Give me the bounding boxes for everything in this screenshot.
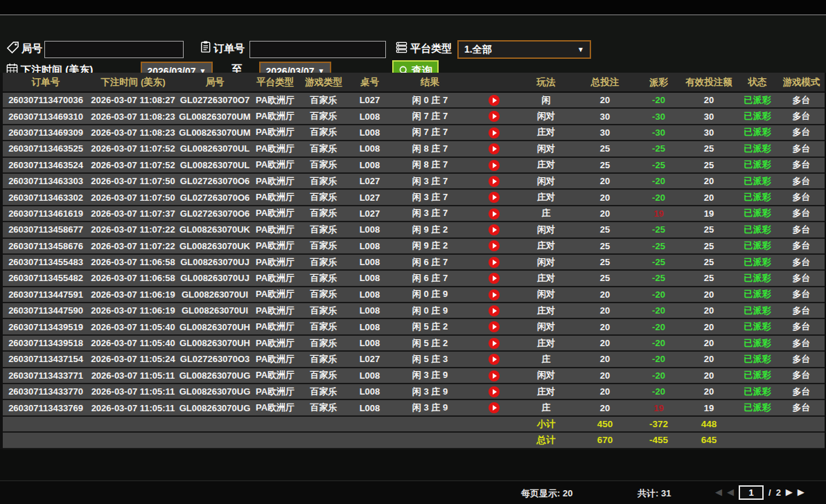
play-icon[interactable]	[489, 338, 500, 349]
orders-table-container: 订单号下注时间 (美东)局号平台类型游戏类型桌号结果玩法总投注派彩有效投注额状态…	[0, 73, 826, 449]
cell-order-id: 260307113463525	[1, 141, 89, 156]
cell-payout: -20	[636, 335, 681, 351]
cell-order-id: 260307113458677	[1, 222, 89, 237]
cell-bet-time: 2026-03-07 11:08:23	[89, 125, 177, 141]
play-icon[interactable]	[489, 305, 500, 316]
cell-replay	[470, 270, 518, 286]
cell-total-bet: 20	[574, 287, 636, 303]
first-page-icon[interactable]: ◀	[715, 485, 722, 500]
cell-game-mode: 多台	[778, 189, 825, 205]
cell-game-type: 百家乐	[298, 206, 349, 222]
subtotal-row: 小计 450 -372 448	[1, 416, 825, 432]
cell-game-mode: 多台	[778, 92, 825, 108]
pagination-bar: 每页显示: 20 共计: 31 ◀ ◀ 1 / 2 ▶ ▶	[0, 480, 826, 504]
cell-table-no: L008	[349, 222, 390, 237]
cell-game-mode: 多台	[778, 222, 825, 237]
play-icon[interactable]	[489, 176, 500, 187]
cell-game-mode: 多台	[778, 335, 825, 351]
column-header: 有效投注额	[681, 73, 737, 92]
cell-total-bet: 20	[574, 368, 636, 384]
play-icon[interactable]	[489, 95, 500, 106]
cell-platform: PA欧洲厅	[252, 318, 298, 334]
cell-game-mode: 多台	[778, 351, 825, 367]
cell-order-id: 260307113447591	[1, 287, 89, 303]
cell-total-bet: 20	[574, 399, 636, 415]
play-icon[interactable]	[489, 402, 500, 413]
prev-page-icon[interactable]: ◀	[727, 485, 734, 500]
cell-valid-bet: 20	[681, 384, 737, 399]
cell-total-bet: 30	[574, 108, 636, 124]
cell-payout: -25	[636, 270, 681, 286]
cell-play-type: 闲对	[518, 173, 574, 189]
clipboard-icon	[199, 40, 212, 53]
cell-table-no: L027	[349, 206, 390, 222]
play-icon[interactable]	[489, 143, 500, 154]
cell-total-bet: 20	[574, 335, 636, 351]
play-icon[interactable]	[489, 240, 500, 251]
play-icon[interactable]	[489, 160, 500, 171]
cell-game-type: 百家乐	[298, 368, 349, 384]
cell-round-id: GL008263070UK	[177, 222, 252, 237]
cell-round-id: GL008263070UM	[177, 125, 252, 141]
cell-total-bet: 25	[574, 141, 636, 156]
cell-game-mode: 多台	[778, 287, 825, 303]
cell-platform: PA欧洲厅	[252, 287, 298, 303]
play-icon[interactable]	[489, 224, 500, 235]
cell-table-no: L008	[349, 108, 390, 124]
cell-valid-bet: 20	[681, 189, 737, 205]
cell-bet-time: 2026-03-07 11:07:22	[89, 238, 177, 254]
cell-play-type: 庄对	[518, 335, 574, 351]
cell-total-bet: 20	[574, 92, 636, 108]
cell-replay	[470, 303, 518, 318]
cell-valid-bet: 30	[681, 108, 737, 124]
next-page-icon[interactable]: ▶	[786, 485, 793, 500]
cell-payout: -30	[636, 108, 681, 124]
play-icon[interactable]	[489, 273, 500, 284]
cell-game-mode: 多台	[778, 206, 825, 222]
cell-bet-time: 2026-03-07 11:06:19	[89, 287, 177, 303]
table-row: 260307113433769 2026-03-07 11:05:11 GL00…	[1, 399, 825, 415]
play-icon[interactable]	[489, 192, 500, 203]
cell-order-id: 260307113461619	[1, 206, 89, 222]
round-id-input[interactable]	[44, 41, 184, 58]
play-icon[interactable]	[489, 386, 500, 397]
play-icon[interactable]	[489, 321, 500, 332]
cell-bet-time: 2026-03-07 11:07:22	[89, 222, 177, 237]
cell-play-type: 庄对	[518, 189, 574, 205]
cell-order-id: 260307113463303	[1, 173, 89, 189]
cell-game-mode: 多台	[778, 303, 825, 318]
play-icon[interactable]	[489, 289, 500, 300]
play-icon[interactable]	[489, 257, 500, 268]
cell-result: 闲 0 庄 9	[390, 303, 470, 318]
tag-icon	[6, 41, 19, 54]
cell-round-id: GL008263070UH	[177, 318, 252, 334]
page-number-input[interactable]: 1	[739, 485, 764, 500]
cell-bet-time: 2026-03-07 11:08:27	[89, 92, 177, 108]
play-icon[interactable]	[489, 111, 500, 122]
table-row: 260307113463525 2026-03-07 11:07:52 GL00…	[1, 141, 825, 156]
cell-total-bet: 25	[574, 222, 636, 237]
cell-play-type: 庄对	[518, 125, 574, 141]
cell-payout: 19	[636, 206, 681, 222]
cell-game-type: 百家乐	[298, 287, 349, 303]
cell-game-type: 百家乐	[298, 173, 349, 189]
cell-order-id: 260307113470036	[1, 92, 89, 108]
cell-result: 闲 8 庄 7	[390, 157, 470, 173]
play-icon[interactable]	[489, 354, 500, 365]
cell-game-mode: 多台	[778, 318, 825, 334]
cell-status: 已派彩	[737, 368, 778, 384]
last-page-icon[interactable]: ▶	[798, 485, 805, 500]
table-row: 260307113463302 2026-03-07 11:07:50 GL02…	[1, 189, 825, 205]
cell-bet-time: 2026-03-07 11:08:23	[89, 108, 177, 124]
cell-payout: -20	[636, 173, 681, 189]
cell-round-id: GL027263070O3	[177, 351, 252, 367]
cell-bet-time: 2026-03-07 11:07:50	[89, 189, 177, 205]
platform-type-select[interactable]: 1.全部 ▼	[457, 40, 591, 59]
cell-payout: -20	[636, 368, 681, 384]
play-icon[interactable]	[489, 208, 500, 219]
cell-play-type: 闲对	[518, 254, 574, 270]
play-icon[interactable]	[489, 370, 500, 381]
order-id-input[interactable]	[249, 41, 386, 58]
play-icon[interactable]	[489, 127, 500, 138]
column-header: 游戏类型	[298, 73, 349, 92]
